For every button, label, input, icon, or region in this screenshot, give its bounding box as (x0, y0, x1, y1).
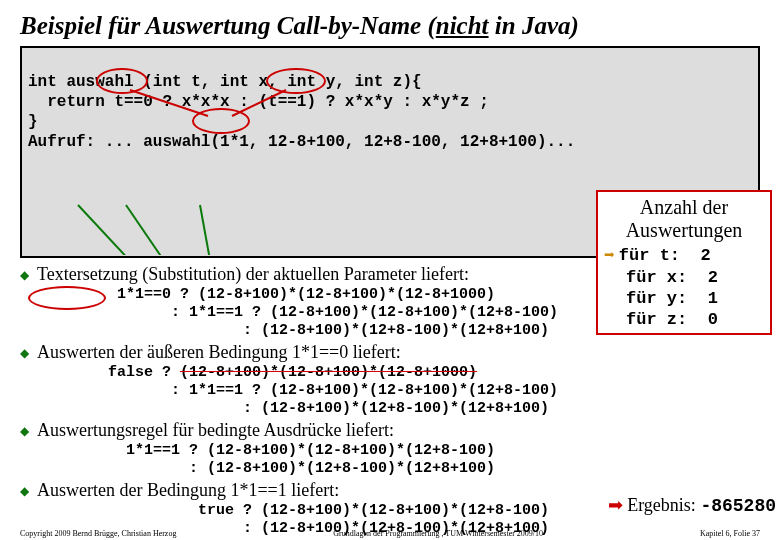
footer-center: Grundlagen der Programmierung , TUM Wint… (333, 529, 543, 538)
code-l4: Aufruf: ... auswahl(1*1, 12-8+100, 12+8-… (28, 133, 575, 151)
ret-t-oval-icon (96, 68, 148, 94)
call-oval-icon (192, 108, 250, 134)
diamond-icon: ◆ (20, 346, 29, 361)
count-box: Anzahl der Auswertungen ➡für t: 2 für x:… (596, 190, 772, 335)
code-l2: return t==0 ? x*x*x : (t==1) ? x*x*y : x… (28, 93, 489, 111)
code-2: false ? (12-8+100)*(12-8+100)*(12-8+1000… (90, 364, 760, 418)
ret-t1-oval-icon (266, 68, 326, 94)
bullet-3: ◆Auswertungsregel für bedingte Ausdrücke… (20, 420, 760, 441)
bullet-2: ◆Auswerten der äußeren Bedingung 1*1==0 … (20, 342, 760, 363)
result-line: ➡Ergebnis: -865280 (608, 494, 776, 516)
footer: Copyright 2009 Bernd Brügge, Christian H… (0, 529, 780, 538)
footer-right: Kapitel 6, Folie 37 (700, 529, 760, 538)
diamond-icon: ◆ (20, 268, 29, 283)
code-l3: } (28, 113, 38, 131)
diamond-icon: ◆ (20, 424, 29, 439)
page-title: Beispiel für Auswertung Call-by-Name (ni… (20, 12, 760, 40)
footer-left: Copyright 2009 Bernd Brügge, Christian H… (20, 529, 176, 538)
arrow-icon: ➡ (604, 244, 615, 266)
code-l1: int auswahl (int t, int x, int y, int z)… (28, 73, 422, 91)
diamond-icon: ◆ (20, 484, 29, 499)
arrow-icon: ➡ (608, 495, 623, 515)
code-3: 1*1==1 ? (12-8+100)*(12-8+100)*(12+8-100… (90, 442, 760, 478)
subst-oval-icon (28, 286, 106, 310)
